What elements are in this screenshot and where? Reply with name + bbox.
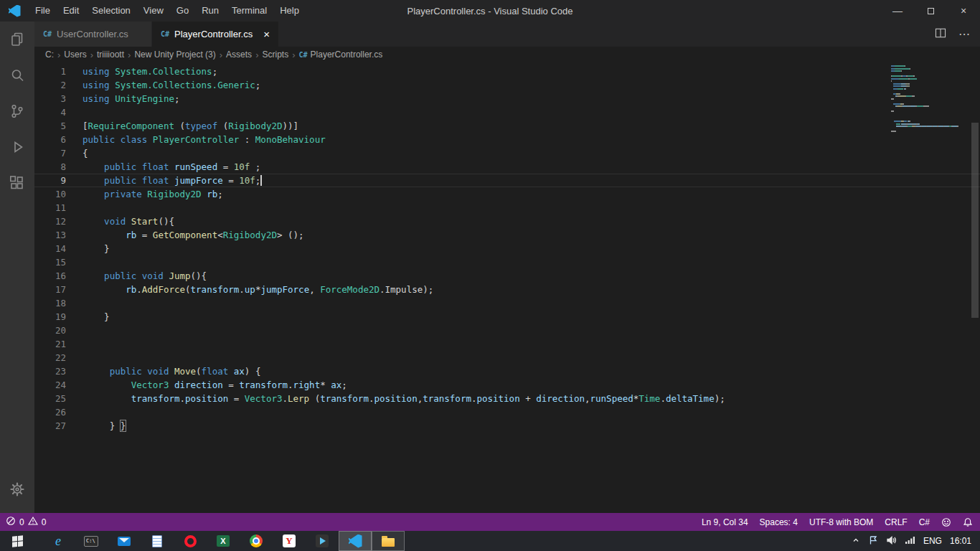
search-icon[interactable] — [0, 57, 34, 93]
menu-go[interactable]: Go — [170, 0, 195, 22]
run-debug-icon[interactable] — [0, 129, 34, 165]
taskbar-internet-explorer[interactable]: e — [42, 531, 75, 551]
code-area[interactable]: 1using System.Collections;2using System.… — [34, 62, 980, 513]
code-editor[interactable]: 1using System.Collections;2using System.… — [34, 62, 980, 513]
code-line-18[interactable]: 18 — [34, 296, 980, 310]
code-line-14[interactable]: 14 } — [34, 242, 980, 255]
close-tab-icon[interactable]: × — [258, 28, 270, 40]
indentation[interactable]: Spaces: 4 — [760, 517, 798, 527]
start-button[interactable] — [0, 531, 34, 551]
line-number[interactable]: 23 — [34, 364, 66, 378]
taskbar-yandex[interactable]: Y — [273, 531, 306, 551]
line-number[interactable]: 14 — [34, 242, 66, 255]
line-content[interactable]: public float runSpeed = 10f ; — [66, 160, 260, 174]
line-content[interactable] — [66, 255, 83, 269]
taskbar-excel[interactable]: X — [207, 531, 240, 551]
line-number[interactable]: 4 — [34, 105, 66, 119]
code-line-27[interactable]: 27 } } — [34, 419, 980, 433]
menu-edit[interactable]: Edit — [57, 0, 85, 22]
line-content[interactable]: [RequireComponent (typeof (Rigibody2D))] — [66, 119, 298, 133]
line-content[interactable]: using System.Collections; — [66, 65, 217, 78]
tab-playercontroller-cs[interactable]: C#PlayerController.cs× — [152, 22, 279, 47]
line-number[interactable]: 10 — [34, 187, 66, 201]
code-line-23[interactable]: 23 public void Move(float ax) { — [34, 364, 980, 378]
line-content[interactable]: using UnityEngine; — [66, 92, 179, 105]
code-line-12[interactable]: 12 void Start(){ — [34, 215, 980, 228]
minimize-button[interactable]: — — [881, 0, 914, 22]
volume-icon[interactable] — [886, 535, 897, 547]
explorer-icon[interactable] — [0, 22, 34, 57]
taskbar-media-player[interactable] — [306, 531, 339, 551]
cursor-position[interactable]: Ln 9, Col 34 — [702, 517, 748, 527]
line-content[interactable]: public void Move(float ax) { — [66, 364, 260, 378]
line-content[interactable]: } — [66, 310, 110, 324]
line-content[interactable] — [66, 351, 83, 364]
code-line-16[interactable]: 16 public void Jump(){ — [34, 269, 980, 283]
settings-gear-icon[interactable] — [0, 471, 34, 507]
line-number[interactable]: 26 — [34, 405, 66, 419]
line-content[interactable]: Vector3 direction = transform.right* ax; — [66, 378, 347, 392]
line-content[interactable] — [66, 337, 83, 351]
line-number[interactable]: 11 — [34, 201, 66, 215]
code-line-5[interactable]: 5[RequireComponent (typeof (Rigibody2D))… — [34, 119, 980, 133]
line-content[interactable] — [66, 105, 83, 119]
code-line-7[interactable]: 7{ — [34, 146, 980, 160]
network-icon[interactable] — [905, 535, 915, 547]
breadcrumb-item[interactable]: New Unity Project (3) — [134, 50, 215, 60]
line-number[interactable]: 18 — [34, 296, 66, 310]
code-line-9[interactable]: 9 public float jumpForce = 10f; — [34, 174, 980, 187]
encoding[interactable]: UTF-8 with BOM — [809, 517, 873, 527]
split-editor-icon[interactable] — [934, 27, 947, 42]
taskbar-chrome[interactable] — [240, 531, 273, 551]
line-content[interactable]: public float jumpForce = 10f; — [66, 174, 262, 187]
line-number[interactable]: 8 — [34, 160, 66, 174]
menu-view[interactable]: View — [137, 0, 170, 22]
menu-terminal[interactable]: Terminal — [225, 0, 273, 22]
code-line-21[interactable]: 21 — [34, 337, 980, 351]
extensions-icon[interactable] — [0, 165, 34, 201]
maximize-button[interactable] — [914, 0, 947, 22]
eol-sequence[interactable]: CRLF — [885, 517, 907, 527]
taskbar-vscode[interactable] — [339, 531, 372, 551]
vertical-scrollbar[interactable] — [970, 62, 980, 513]
breadcrumb-item[interactable]: Scripts — [262, 50, 288, 60]
code-line-24[interactable]: 24 Vector3 direction = transform.right* … — [34, 378, 980, 392]
line-number[interactable]: 1 — [34, 65, 66, 78]
line-content[interactable]: transform.position = Vector3.Lerp (trans… — [66, 392, 725, 405]
line-number[interactable]: 9 — [34, 174, 66, 187]
close-button[interactable]: × — [947, 0, 980, 22]
line-content[interactable]: } } — [66, 419, 126, 433]
code-line-1[interactable]: 1using System.Collections; — [34, 65, 980, 78]
line-number[interactable]: 7 — [34, 146, 66, 160]
code-line-25[interactable]: 25 transform.position = Vector3.Lerp (tr… — [34, 392, 980, 405]
code-line-6[interactable]: 6public class PlayerController : MonoBeh… — [34, 133, 980, 146]
menu-run[interactable]: Run — [195, 0, 225, 22]
more-actions-icon[interactable]: ⋯ — [958, 27, 970, 41]
line-number[interactable]: 12 — [34, 215, 66, 228]
line-content[interactable]: } — [66, 242, 110, 255]
breadcrumb-item[interactable]: Assets — [226, 50, 252, 60]
taskbar-opera[interactable] — [174, 531, 207, 551]
line-number[interactable]: 20 — [34, 324, 66, 337]
code-line-4[interactable]: 4 — [34, 105, 980, 119]
code-line-20[interactable]: 20 — [34, 324, 980, 337]
menu-file[interactable]: File — [29, 0, 57, 22]
code-line-15[interactable]: 15 — [34, 255, 980, 269]
minimap[interactable] — [891, 65, 970, 133]
problems-indicator[interactable]: 0 0 — [6, 516, 46, 528]
line-content[interactable] — [66, 296, 83, 310]
code-line-17[interactable]: 17 rb.AddForce(transform.up*jumpForce, F… — [34, 283, 980, 296]
line-number[interactable]: 16 — [34, 269, 66, 283]
line-number[interactable]: 6 — [34, 133, 66, 146]
action-center-flag-icon[interactable] — [868, 535, 878, 547]
breadcrumb-item[interactable]: C: — [45, 50, 54, 60]
line-content[interactable] — [66, 324, 83, 337]
line-number[interactable]: 19 — [34, 310, 66, 324]
line-number[interactable]: 5 — [34, 119, 66, 133]
menu-selection[interactable]: Selection — [85, 0, 136, 22]
line-content[interactable]: rb.AddForce(transform.up*jumpForce, Forc… — [66, 283, 433, 296]
code-line-8[interactable]: 8 public float runSpeed = 10f ; — [34, 160, 980, 174]
taskbar-mail[interactable] — [108, 531, 141, 551]
code-line-19[interactable]: 19 } — [34, 310, 980, 324]
scrollbar-thumb[interactable] — [971, 123, 979, 318]
